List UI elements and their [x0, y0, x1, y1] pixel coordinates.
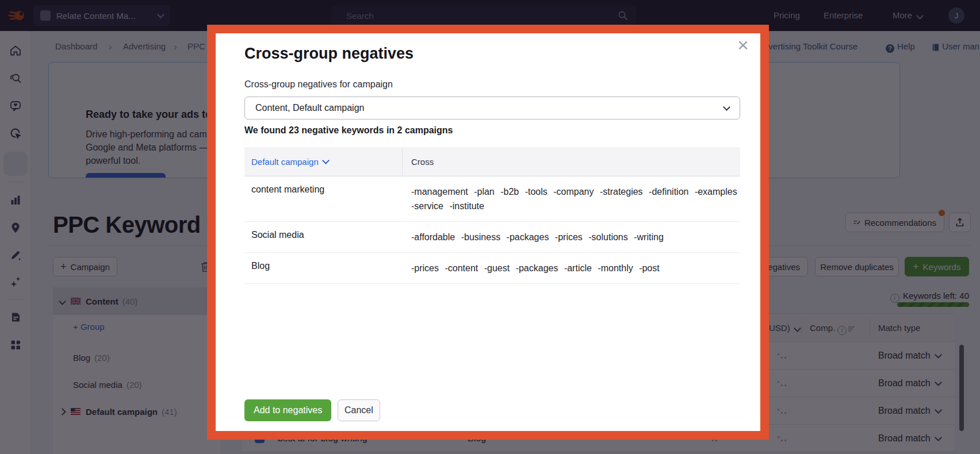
campaign-select-label: Cross-group negatives for campaign: [244, 79, 393, 90]
negatives-row: Blog -prices -content -guest -packages -…: [244, 253, 740, 284]
group-column-label: Default campaign: [251, 157, 319, 167]
negatives-table: Default campaign Cross content marketing…: [244, 147, 740, 284]
modal-title: Cross-group negatives: [244, 45, 414, 63]
chevron-down-icon: [322, 157, 330, 164]
found-summary: We found 23 negative keywords in 2 campa…: [244, 125, 453, 136]
chevron-down-icon: [723, 103, 730, 111]
campaign-select[interactable]: Content, Default campaign: [244, 97, 740, 120]
add-to-negatives-button[interactable]: Add to negatives: [244, 399, 331, 421]
app-window: Relate Content Ma... Pricing Enterprise …: [0, 0, 980, 454]
close-icon[interactable]: ×: [733, 34, 753, 55]
cross-keywords-cell: -affordable -business -packages -prices …: [403, 222, 740, 252]
column-group-dropdown[interactable]: Default campaign: [244, 147, 403, 176]
modal-highlight-frame: Cross-group negatives × Cross-group nega…: [207, 25, 769, 440]
group-cell: Blog: [244, 253, 403, 283]
cancel-button[interactable]: Cancel: [338, 399, 380, 421]
cross-keywords-cell: -prices -content -guest -packages -artic…: [403, 253, 740, 283]
cross-group-negatives-modal: Cross-group negatives × Cross-group nega…: [216, 33, 760, 431]
group-cell: Social media: [244, 222, 403, 252]
column-cross: Cross: [403, 157, 434, 167]
campaign-select-value: Content, Default campaign: [255, 103, 364, 113]
group-cell: content marketing: [244, 176, 403, 221]
negatives-row: content marketing -management -plan -b2b…: [244, 176, 740, 222]
negatives-row: Social media -affordable -business -pack…: [244, 222, 740, 253]
negatives-table-header: Default campaign Cross: [244, 147, 740, 176]
cross-keywords-cell: -management -plan -b2b -tools -company -…: [403, 176, 740, 221]
